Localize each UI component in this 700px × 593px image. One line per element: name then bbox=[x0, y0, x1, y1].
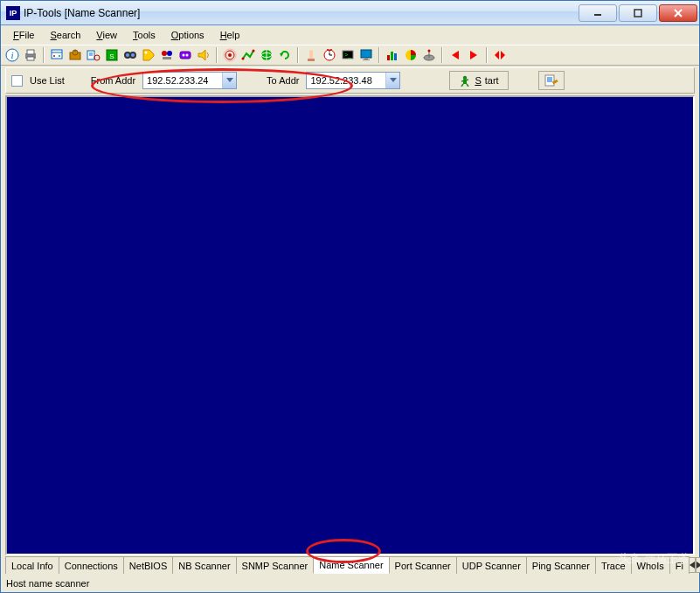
print-icon[interactable] bbox=[23, 47, 38, 63]
menu-view[interactable]: View bbox=[89, 28, 124, 42]
tab-ping-scanner[interactable]: Ping Scanner bbox=[526, 556, 596, 574]
svg-point-63 bbox=[428, 50, 431, 52]
to-addr-label: To Addr bbox=[267, 75, 299, 86]
svg-point-47 bbox=[329, 50, 330, 52]
tab-port-scanner[interactable]: Port Scanner bbox=[389, 556, 457, 574]
svg-marker-34 bbox=[198, 50, 205, 60]
from-addr-label: From Addr bbox=[91, 75, 135, 86]
maximize-button[interactable] bbox=[619, 4, 657, 22]
svg-point-25 bbox=[131, 53, 135, 57]
port-icon[interactable] bbox=[159, 47, 175, 63]
svg-marker-69 bbox=[390, 78, 397, 82]
svg-point-12 bbox=[59, 55, 60, 57]
refresh-icon[interactable] bbox=[277, 47, 293, 63]
menubar: FFileFile Search View Tools Options Help bbox=[1, 25, 699, 45]
snmp-icon[interactable]: S bbox=[104, 47, 120, 63]
svg-point-38 bbox=[242, 58, 245, 60]
connections-icon[interactable] bbox=[49, 47, 65, 63]
svg-point-11 bbox=[53, 55, 55, 57]
clock-icon[interactable] bbox=[322, 47, 337, 63]
svg-rect-56 bbox=[363, 59, 370, 60]
svg-rect-7 bbox=[27, 50, 34, 54]
tab-snmp-scanner[interactable]: SNMP Scanner bbox=[236, 556, 315, 574]
svg-rect-75 bbox=[545, 75, 554, 86]
app-icon: IP bbox=[6, 6, 20, 20]
finger-icon[interactable] bbox=[303, 47, 319, 63]
document-tools-icon bbox=[544, 74, 558, 87]
svg-rect-55 bbox=[364, 58, 368, 59]
tab-nb-scanner[interactable]: NB Scanner bbox=[172, 556, 236, 574]
nbscanner-icon[interactable] bbox=[86, 47, 101, 63]
close-button[interactable] bbox=[659, 4, 697, 22]
arrow-left-icon[interactable] bbox=[447, 47, 463, 63]
tab-scroll-right[interactable] bbox=[696, 557, 700, 573]
to-addr-dropdown[interactable] bbox=[385, 73, 399, 88]
pie-icon[interactable] bbox=[403, 47, 419, 63]
menu-file[interactable]: FFileFile bbox=[6, 28, 41, 42]
from-addr-input[interactable] bbox=[143, 73, 222, 88]
svg-rect-45 bbox=[308, 59, 315, 61]
menu-help[interactable]: Help bbox=[213, 28, 247, 42]
from-addr-dropdown[interactable] bbox=[222, 73, 236, 88]
udp-icon[interactable] bbox=[177, 47, 193, 63]
from-addr-combo[interactable] bbox=[142, 72, 237, 89]
globe-icon[interactable] bbox=[259, 47, 274, 63]
arrows-collapse-icon[interactable] bbox=[492, 47, 508, 63]
svg-rect-54 bbox=[361, 50, 371, 58]
watermark: 头条 @马王爷 bbox=[619, 551, 690, 567]
svg-point-33 bbox=[186, 54, 189, 57]
svg-point-24 bbox=[126, 53, 129, 57]
monitor-icon[interactable] bbox=[358, 47, 374, 63]
svg-point-39 bbox=[253, 50, 255, 52]
tag-icon[interactable] bbox=[141, 47, 156, 63]
toolbar-separator bbox=[441, 47, 443, 63]
tab-netbios[interactable]: NetBIOS bbox=[123, 556, 173, 574]
titlebar[interactable]: IP IP-Tools [Name Scanner] bbox=[1, 1, 699, 25]
run-icon bbox=[459, 74, 471, 87]
options-button[interactable] bbox=[538, 71, 565, 90]
results-area[interactable] bbox=[5, 95, 695, 555]
trace-icon[interactable] bbox=[240, 47, 256, 63]
use-list-checkbox[interactable] bbox=[11, 75, 23, 87]
start-button[interactable]: SStarttart bbox=[449, 71, 508, 90]
tab-name-scanner[interactable]: Name Scanner bbox=[313, 556, 389, 574]
toolbar-separator bbox=[378, 47, 380, 63]
tab-connections[interactable]: Connections bbox=[59, 556, 124, 574]
svg-rect-31 bbox=[180, 52, 191, 59]
telnet-icon[interactable]: >_ bbox=[340, 47, 356, 63]
svg-marker-26 bbox=[143, 50, 154, 60]
svg-rect-1 bbox=[634, 10, 641, 17]
chart-icon[interactable] bbox=[385, 47, 400, 63]
svg-text:>_: >_ bbox=[344, 52, 351, 59]
toolbar-separator bbox=[216, 47, 218, 63]
minimize-button[interactable] bbox=[579, 4, 617, 22]
netbios-icon[interactable] bbox=[67, 47, 83, 63]
satellite-icon[interactable] bbox=[421, 47, 437, 63]
svg-rect-57 bbox=[387, 55, 390, 60]
to-addr-combo[interactable] bbox=[306, 72, 400, 89]
params-bar: Use List From Addr To Addr SStarttart bbox=[5, 67, 695, 94]
svg-rect-9 bbox=[52, 50, 62, 59]
svg-marker-65 bbox=[470, 51, 477, 59]
tab-udp-scanner[interactable]: UDP Scanner bbox=[456, 556, 527, 574]
menu-search[interactable]: Search bbox=[43, 28, 87, 42]
menu-tools[interactable]: Tools bbox=[126, 28, 163, 42]
to-addr-input[interactable] bbox=[307, 73, 385, 88]
binoculars-icon[interactable] bbox=[122, 47, 138, 63]
svg-point-29 bbox=[167, 51, 172, 56]
svg-point-19 bbox=[94, 55, 100, 60]
tab-strip: Local InfoConnectionsNetBIOSNB ScannerSN… bbox=[5, 555, 695, 575]
svg-marker-81 bbox=[697, 562, 700, 569]
svg-rect-15 bbox=[74, 50, 76, 52]
info-icon[interactable]: i bbox=[4, 47, 20, 63]
status-text: Host name scanner bbox=[6, 578, 89, 589]
sound-icon[interactable] bbox=[196, 47, 211, 63]
tab-local-info[interactable]: Local Info bbox=[5, 556, 59, 574]
menu-options[interactable]: Options bbox=[164, 28, 211, 42]
svg-line-72 bbox=[461, 80, 468, 81]
ping-icon[interactable] bbox=[222, 47, 238, 63]
tab-scroll-left[interactable] bbox=[689, 557, 696, 573]
svg-marker-80 bbox=[690, 562, 695, 569]
arrow-right-icon[interactable] bbox=[466, 47, 482, 63]
svg-line-74 bbox=[467, 84, 468, 87]
